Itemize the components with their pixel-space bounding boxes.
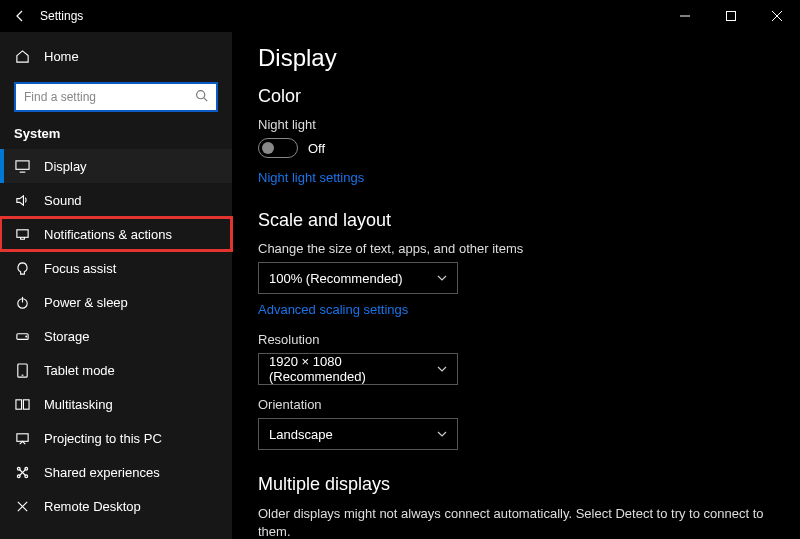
storage-icon: [14, 329, 30, 344]
text-size-dropdown[interactable]: 100% (Recommended): [258, 262, 458, 294]
projecting-icon: [14, 431, 30, 446]
chevron-down-icon: [437, 271, 447, 286]
svg-rect-15: [15, 399, 21, 408]
multiple-displays-body: Older displays might not always connect …: [258, 505, 774, 539]
maximize-icon: [726, 11, 736, 21]
night-light-settings-link[interactable]: Night light settings: [258, 170, 364, 185]
resolution-value: 1920 × 1080 (Recommended): [269, 354, 437, 384]
sidebar-item-label: Notifications & actions: [44, 227, 172, 242]
page-title: Display: [258, 44, 774, 72]
sidebar-item-label: Focus assist: [44, 261, 116, 276]
sidebar-item-storage[interactable]: Storage: [0, 319, 232, 353]
svg-rect-17: [16, 433, 27, 441]
sidebar-home[interactable]: Home: [0, 38, 232, 74]
sidebar-item-notifications[interactable]: Notifications & actions: [0, 217, 232, 251]
sidebar-item-label: Storage: [44, 329, 90, 344]
back-button[interactable]: [8, 9, 32, 23]
multitasking-icon: [14, 397, 30, 412]
content-pane: Display Color Night light Off Night ligh…: [232, 32, 800, 539]
search-box[interactable]: [14, 82, 218, 112]
text-size-value: 100% (Recommended): [269, 271, 403, 286]
sidebar-item-label: Power & sleep: [44, 295, 128, 310]
sidebar-item-sound[interactable]: Sound: [0, 183, 232, 217]
orientation-value: Landscape: [269, 427, 333, 442]
minimize-button[interactable]: [662, 0, 708, 32]
sidebar-item-label: Multitasking: [44, 397, 113, 412]
window-title: Settings: [40, 9, 83, 23]
home-icon: [14, 49, 30, 64]
sidebar-item-label: Remote Desktop: [44, 499, 141, 514]
notifications-icon: [14, 227, 30, 242]
focus-icon: [14, 261, 30, 276]
tablet-icon: [14, 363, 30, 378]
section-multiple-displays: Multiple displays: [258, 474, 774, 495]
svg-rect-16: [23, 399, 29, 408]
sound-icon: [14, 193, 30, 208]
sidebar-item-remote[interactable]: Remote Desktop: [0, 489, 232, 523]
text-size-label: Change the size of text, apps, and other…: [258, 241, 774, 256]
section-scale: Scale and layout: [258, 210, 774, 231]
svg-point-12: [25, 336, 26, 337]
orientation-dropdown[interactable]: Landscape: [258, 418, 458, 450]
sidebar-home-label: Home: [44, 49, 79, 64]
sidebar-item-label: Projecting to this PC: [44, 431, 162, 446]
orientation-label: Orientation: [258, 397, 774, 412]
sidebar-item-label: Tablet mode: [44, 363, 115, 378]
sidebar-item-label: Shared experiences: [44, 465, 160, 480]
section-color: Color: [258, 86, 774, 107]
resolution-dropdown[interactable]: 1920 × 1080 (Recommended): [258, 353, 458, 385]
svg-rect-6: [15, 160, 28, 168]
chevron-down-icon: [437, 427, 447, 442]
night-light-toggle[interactable]: [258, 138, 298, 158]
close-icon: [772, 11, 782, 21]
sidebar-item-power[interactable]: Power & sleep: [0, 285, 232, 319]
sidebar-item-multitasking[interactable]: Multitasking: [0, 387, 232, 421]
title-bar: Settings: [0, 0, 800, 32]
advanced-scaling-link[interactable]: Advanced scaling settings: [258, 302, 408, 317]
display-icon: [14, 159, 30, 174]
svg-line-5: [204, 98, 207, 101]
maximize-button[interactable]: [708, 0, 754, 32]
night-light-state: Off: [308, 141, 325, 156]
sidebar-group-header: System: [0, 122, 232, 149]
svg-rect-1: [727, 12, 736, 21]
sidebar-item-display[interactable]: Display: [0, 149, 232, 183]
chevron-down-icon: [437, 362, 447, 377]
search-input[interactable]: [24, 90, 195, 104]
sidebar-item-projecting[interactable]: Projecting to this PC: [0, 421, 232, 455]
sidebar: Home System DisplaySoundNotifications & …: [0, 32, 232, 539]
close-button[interactable]: [754, 0, 800, 32]
svg-rect-8: [16, 229, 27, 237]
search-icon: [195, 88, 208, 106]
sidebar-item-label: Display: [44, 159, 87, 174]
shared-icon: [14, 465, 30, 480]
minimize-icon: [680, 11, 690, 21]
night-light-label: Night light: [258, 117, 774, 132]
remote-icon: [14, 499, 30, 514]
power-icon: [14, 295, 30, 310]
sidebar-item-shared[interactable]: Shared experiences: [0, 455, 232, 489]
arrow-left-icon: [13, 9, 27, 23]
resolution-label: Resolution: [258, 332, 774, 347]
svg-point-4: [197, 91, 205, 99]
sidebar-item-label: Sound: [44, 193, 82, 208]
sidebar-item-focus[interactable]: Focus assist: [0, 251, 232, 285]
sidebar-item-tablet[interactable]: Tablet mode: [0, 353, 232, 387]
